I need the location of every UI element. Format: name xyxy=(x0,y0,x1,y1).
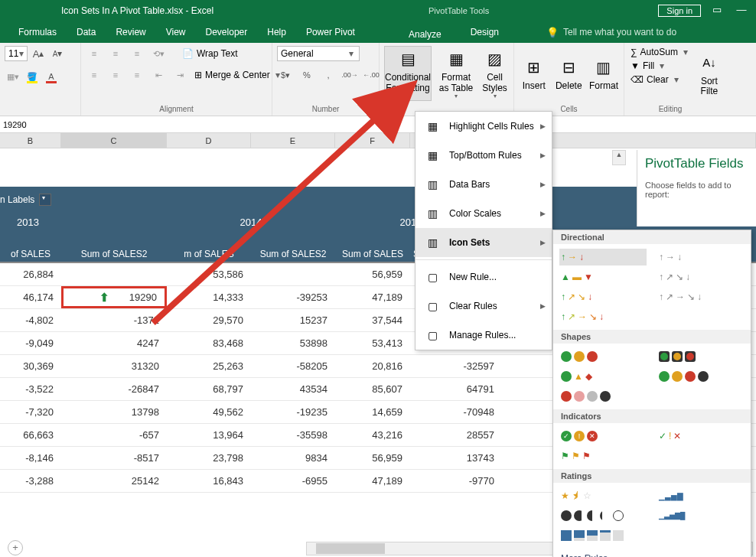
cf-data-bars[interactable]: ▥Data Bars▶ xyxy=(415,170,552,199)
ribbon-display-icon[interactable]: ▭ xyxy=(709,4,725,18)
iconset-5arrows-color[interactable]: ↑↗→↘↓ xyxy=(559,308,647,325)
cell[interactable]: 30,369 xyxy=(0,355,61,377)
cell[interactable]: 68,797 xyxy=(167,378,251,400)
cell[interactable]: 13,964 xyxy=(167,424,251,446)
comma-icon[interactable]: , xyxy=(320,67,337,83)
cell[interactable]: 4247 xyxy=(61,332,167,354)
cell[interactable] xyxy=(61,263,167,285)
cell[interactable]: 47,189 xyxy=(335,470,410,492)
iconset-3signs[interactable]: ▲◆ xyxy=(559,368,647,385)
tell-me[interactable]: 💡Tell me what you want to do xyxy=(546,27,676,38)
cf-color-scales[interactable]: ▥Color Scales▶ xyxy=(415,199,552,228)
iconset-5boxes[interactable] xyxy=(559,527,647,544)
cell[interactable]: 26,884 xyxy=(0,263,61,285)
cell[interactable]: 13798 xyxy=(61,401,167,423)
iconset-4ratings-bars[interactable]: ▁▃▅▇ xyxy=(657,487,745,504)
align-center-icon[interactable]: ≡ xyxy=(107,67,124,83)
tab-analyze[interactable]: Analyze xyxy=(399,26,451,43)
tab-view[interactable]: View xyxy=(166,27,186,37)
indent-inc-icon[interactable]: ⇥ xyxy=(171,67,188,83)
cell[interactable]: 14,659 xyxy=(335,401,410,423)
fill-color-icon[interactable]: 🪣 xyxy=(24,69,41,84)
iconset-redtoblack[interactable] xyxy=(559,388,647,405)
colhdr-e[interactable]: E xyxy=(251,133,335,148)
tab-review[interactable]: Review xyxy=(116,27,145,37)
orientation-icon[interactable]: ⟲▾ xyxy=(150,46,167,61)
conditional-formatting-button[interactable]: ▤ Conditional Formatting▾ xyxy=(384,46,432,101)
font-size-box[interactable]: 11▾ xyxy=(5,46,28,61)
iconset-5ratings-bars[interactable]: ▁▃▅▇█ xyxy=(657,507,745,524)
cell[interactable]: -7,320 xyxy=(0,401,61,423)
cell[interactable]: 13743 xyxy=(410,447,502,469)
cf-highlight-cells[interactable]: ▦Highlight Cells Rules▶ xyxy=(415,112,552,141)
cf-clear-rules[interactable]: ▢Clear Rules▶ xyxy=(415,292,552,321)
cell[interactable]: 28557 xyxy=(410,424,502,446)
cell[interactable]: -26847 xyxy=(61,378,167,400)
align-left-icon[interactable]: ≡ xyxy=(86,67,103,83)
cell[interactable]: 49,562 xyxy=(167,401,251,423)
sign-in-button[interactable]: Sign in xyxy=(658,5,701,17)
iconset-4trafficlights[interactable] xyxy=(657,368,745,385)
cf-icon-sets[interactable]: ▥Icon Sets▶ xyxy=(415,228,552,257)
minimize-icon[interactable]: — xyxy=(733,4,750,18)
align-top-icon[interactable]: ≡ xyxy=(86,46,103,61)
tab-design[interactable]: Design xyxy=(471,27,499,37)
number-format-box[interactable]: General▾ xyxy=(277,46,360,61)
cell[interactable]: -35598 xyxy=(251,424,335,446)
cf-manage-rules[interactable]: ▢Manage Rules... xyxy=(415,321,552,350)
tab-developer[interactable]: Developer xyxy=(206,27,248,37)
cell[interactable]: 66,663 xyxy=(0,424,61,446)
fill-button[interactable]: ▼Fill▾ xyxy=(629,60,692,72)
cell[interactable]: 15237 xyxy=(251,309,335,331)
iconset-3trafficlights-rimmed[interactable] xyxy=(657,348,745,365)
iconset-3stars[interactable]: ★⯨☆ xyxy=(559,487,647,504)
tab-data[interactable]: Data xyxy=(77,27,96,37)
cell[interactable]: -19235 xyxy=(251,401,335,423)
cell[interactable]: -3,288 xyxy=(0,470,61,492)
cell[interactable]: -1372 xyxy=(61,309,167,331)
iconset-3arrows-gray[interactable]: ↑→↓ xyxy=(657,249,745,265)
cell[interactable]: 14,333 xyxy=(167,286,251,308)
format-as-table-button[interactable]: ▦ Format as Table▾ xyxy=(436,46,476,101)
increase-font-icon[interactable]: A▴ xyxy=(30,46,47,61)
percent-icon[interactable]: % xyxy=(298,67,315,83)
cell[interactable]: 56,959 xyxy=(335,263,410,285)
sort-filter-button[interactable]: A↓Sort Filte xyxy=(696,46,722,101)
cell[interactable]: 46,174 xyxy=(0,286,61,308)
iconset-4arrows-color[interactable]: ↑↗↘↓ xyxy=(559,288,647,305)
indent-dec-icon[interactable]: ⇤ xyxy=(150,67,167,83)
clear-button[interactable]: ⌫Clear▾ xyxy=(629,73,692,86)
cf-top-bottom[interactable]: ▦Top/Bottom Rules▶ xyxy=(415,141,552,170)
cell[interactable]: 31320 xyxy=(61,355,167,377)
cell[interactable]: 25,263 xyxy=(167,355,251,377)
delete-button[interactable]: ⊟Delete xyxy=(553,46,583,101)
cell[interactable]: -8517 xyxy=(61,447,167,469)
border-icon[interactable]: ▦▾ xyxy=(5,69,21,84)
decrease-font-icon[interactable]: A▾ xyxy=(49,46,66,61)
autosum-button[interactable]: ∑AutoSum▾ xyxy=(629,46,692,58)
cell[interactable]: 83,468 xyxy=(167,332,251,354)
tab-powerpivot[interactable]: Power Pivot xyxy=(306,27,355,37)
cell[interactable]: -9,049 xyxy=(0,332,61,354)
colhdr-f[interactable]: F xyxy=(335,133,410,148)
iconset-3symbols-circled[interactable]: ✓!✕ xyxy=(559,428,647,445)
cell[interactable]: 43,216 xyxy=(335,424,410,446)
cell[interactable]: -70948 xyxy=(410,401,502,423)
cell[interactable]: 53898 xyxy=(251,332,335,354)
iconset-3symbols[interactable]: ✓!✕ xyxy=(657,428,745,445)
iconset-3trafficlights[interactable] xyxy=(559,348,647,365)
iconset-5quarters[interactable] xyxy=(559,507,647,524)
insert-button[interactable]: ⊞Insert xyxy=(519,46,549,101)
accounting-icon[interactable]: $▾ xyxy=(277,67,294,83)
align-bottom-icon[interactable]: ≡ xyxy=(129,46,145,61)
cf-new-rule[interactable]: ▢New Rule... xyxy=(415,262,552,292)
cell[interactable]: 47,189 xyxy=(335,286,410,308)
merge-center-button[interactable]: ⊞Merge & Center▾ xyxy=(193,69,284,81)
cell[interactable]: -32597 xyxy=(410,355,502,377)
iconset-3flags[interactable]: ⚑⚑⚑ xyxy=(559,448,647,464)
cell[interactable]: 64791 xyxy=(410,378,502,400)
iconset-3triangles[interactable]: ▲▬▼ xyxy=(559,269,647,285)
cell[interactable]: 23,798 xyxy=(167,447,251,469)
cell[interactable]: 16,843 xyxy=(167,470,251,492)
cell[interactable]: 25142 xyxy=(61,470,167,492)
